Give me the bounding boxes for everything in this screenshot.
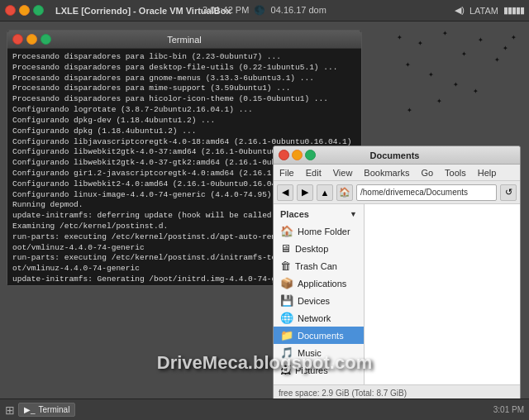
fm-devices-label: Devices <box>298 296 330 306</box>
fm-pictures-label: Pictures <box>295 365 328 375</box>
fm-close-button[interactable] <box>279 150 289 160</box>
fm-places-header: Places ▼ <box>274 208 364 222</box>
terminal-taskbar-icon: ▶_ <box>24 405 36 414</box>
places-chevron: ▼ <box>350 210 357 218</box>
terminal-line: Configurando dpkg (1.18.4ubuntu1.2) ... <box>12 126 356 137</box>
taskbar-left: LXLE [Corriendo] - Oracle VM VirtualBox <box>5 5 231 16</box>
bird-8: ✦ <box>453 81 459 88</box>
fm-network-label: Network <box>298 313 331 323</box>
fm-sidebar-applications[interactable]: 📦 Applications <box>274 274 364 292</box>
terminal-close-button[interactable] <box>12 34 23 45</box>
terminal-title: Terminal <box>167 35 202 45</box>
devices-icon: 💾 <box>280 294 293 307</box>
fm-status-text: free space: 2.9 GiB (Total: 8.7 GiB) <box>279 389 407 398</box>
fm-desktop-label: Desktop <box>295 244 328 254</box>
signal-bars: ▮▮▮▮▮ <box>503 5 524 16</box>
terminal-taskbar-label: Terminal <box>39 405 70 414</box>
fm-up-button[interactable]: ▲ <box>317 184 333 201</box>
bird-10: ✦ <box>473 88 479 95</box>
bird-3: ✦ <box>442 30 448 37</box>
lxle-icon: ⊞ <box>5 403 15 417</box>
taskbar-right: ◀) LATAM ▮▮▮▮▮ <box>455 5 524 16</box>
fm-documents-label: Documents <box>298 331 344 341</box>
terminal-min-button[interactable] <box>26 34 37 45</box>
file-manager-window: Documents File Edit View Bookmarks Go To… <box>273 146 521 399</box>
fm-address-bar[interactable]: /home/drivemeca/Documents <box>356 184 497 201</box>
fm-sidebar-home[interactable]: 🏠 Home Folder <box>274 222 364 240</box>
bird-11: ✦ <box>436 98 442 105</box>
bird-14: ✦ <box>503 45 508 52</box>
fm-menu-edit[interactable]: Edit <box>303 167 324 179</box>
bird-6: ✦ <box>405 61 411 69</box>
fm-home-label: Home Folder <box>298 227 350 236</box>
bottom-taskbar: ⊞ ▶_ Terminal 3:01 PM <box>0 399 529 420</box>
pictures-icon: 🖼 <box>280 364 291 376</box>
fm-sidebar-pictures[interactable]: 🖼 Pictures <box>274 361 364 379</box>
fm-menu-file[interactable]: File <box>277 167 297 179</box>
terminal-line: Configurando logrotate (3.8.7-2ubuntu2.1… <box>12 105 356 116</box>
fm-applications-label: Applications <box>298 279 346 289</box>
taskbar-bottom-left: ⊞ ▶_ Terminal <box>5 403 75 417</box>
fm-sidebar-desktop[interactable]: 🖥 Desktop <box>274 240 364 257</box>
fm-sidebar-documents[interactable]: 📁 Documents <box>274 327 364 344</box>
desktop: ✦ ✦ ✦ ✦ ✦ ✦ ✦ ✦ ✦ ✦ ✦ ✦ ✦ ✦ Terminal Pro… <box>0 21 529 399</box>
fm-menu-go[interactable]: Go <box>418 167 436 179</box>
applications-icon: 📦 <box>280 277 293 289</box>
fm-toolbar: ◀ ▶ ▲ 🏠 /home/drivemeca/Documents ↺ <box>274 181 520 204</box>
fm-menu-bookmarks[interactable]: Bookmarks <box>361 167 412 179</box>
top-taskbar: LXLE [Corriendo] - Oracle VM VirtualBox … <box>0 0 529 21</box>
bird-9: ✦ <box>494 56 500 64</box>
fm-trash-label: Trash Can <box>295 261 337 271</box>
bird-13: ✦ <box>511 34 517 41</box>
terminal-line: Procesando disparadores para hicolor-ico… <box>12 94 356 105</box>
fm-menu-tools[interactable]: Tools <box>442 167 469 179</box>
fm-menubar: File Edit View Bookmarks Go Tools Help <box>274 165 520 181</box>
fm-menu-help[interactable]: Help <box>475 167 499 179</box>
fm-min-button[interactable] <box>292 150 303 160</box>
fm-reload-button[interactable]: ↺ <box>500 184 517 201</box>
fm-back-button[interactable]: ◀ <box>277 184 293 201</box>
fm-title: Documents <box>316 150 474 160</box>
clock-time: 3:01:42 PM <box>203 5 249 15</box>
fm-sidebar-music[interactable]: 🎵 Music <box>274 344 364 361</box>
terminal-line: Configurando dpkg-dev (1.18.4ubuntu1.2) … <box>12 116 356 126</box>
trash-icon: 🗑 <box>280 260 291 272</box>
vm-min-button[interactable] <box>19 5 30 16</box>
terminal-taskbar-button[interactable]: ▶_ Terminal <box>18 403 75 417</box>
bird-4: ✦ <box>461 50 467 58</box>
fm-content: Places ▼ 🏠 Home Folder 🖥 Desktop 🗑 Trash… <box>274 204 520 384</box>
bird-2: ✦ <box>417 40 423 47</box>
taskbar-clock-bottom: 3:01 PM <box>493 405 524 414</box>
fm-sidebar-trash[interactable]: 🗑 Trash Can <box>274 257 364 274</box>
documents-icon: 📁 <box>280 329 293 341</box>
bird-12: ✦ <box>407 107 412 114</box>
fm-sidebar-devices[interactable]: 💾 Devices <box>274 292 364 309</box>
clock-date: 04.16.17 dom <box>271 5 326 15</box>
terminal-line: Procesando disparadores para mime-suppor… <box>12 84 356 94</box>
taskbar-bottom-right: 3:01 PM <box>493 405 524 414</box>
fm-sidebar: Places ▼ 🏠 Home Folder 🖥 Desktop 🗑 Trash… <box>274 204 365 384</box>
bird-7: ✦ <box>428 71 434 79</box>
terminal-max-button[interactable] <box>41 34 51 45</box>
vm-close-button[interactable] <box>5 5 16 16</box>
taskbar-clock: 3:01:42 PM 🌑 04.16.17 dom <box>203 5 326 16</box>
fm-main-pane[interactable] <box>365 204 520 384</box>
fm-statusbar: free space: 2.9 GiB (Total: 8.7 GiB) <box>274 384 520 399</box>
fm-address-text: /home/drivemeca/Documents <box>360 188 468 197</box>
fm-forward-button[interactable]: ▶ <box>297 184 313 201</box>
bird-1: ✦ <box>397 34 403 41</box>
network-icon: 🌐 <box>280 312 293 324</box>
fm-titlebar: Documents <box>274 146 520 165</box>
fm-sidebar-network[interactable]: 🌐 Network <box>274 309 364 327</box>
fm-home-button[interactable]: 🏠 <box>336 184 353 201</box>
bird-5: ✦ <box>478 36 484 44</box>
fm-music-label: Music <box>298 348 322 358</box>
terminal-titlebar: Terminal <box>7 31 361 49</box>
terminal-line: Procesando disparadores para desktop-fil… <box>12 63 356 74</box>
fm-max-button[interactable] <box>305 150 316 160</box>
vm-max-button[interactable] <box>33 5 44 16</box>
music-icon: 🎵 <box>280 346 293 359</box>
fm-menu-view[interactable]: View <box>331 167 355 179</box>
terminal-line: Procesando disparadores para gnome-menus… <box>12 74 356 84</box>
network-label: LATAM <box>469 6 498 16</box>
